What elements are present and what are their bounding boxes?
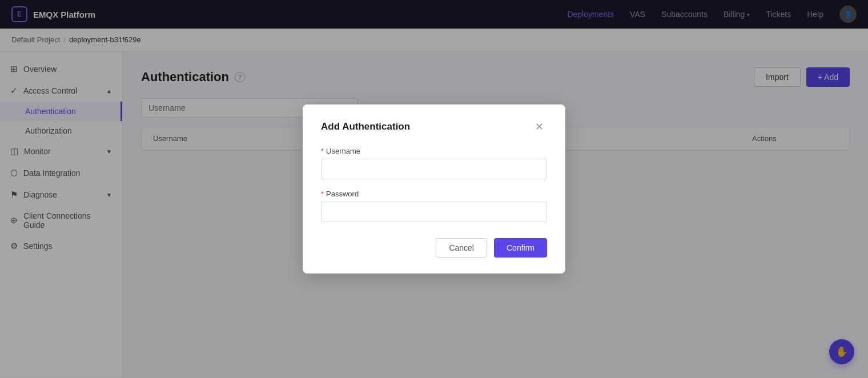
modal-title: Add Authentication [321,121,410,132]
password-label: * Password [321,190,547,198]
password-required-star: * [321,190,324,198]
confirm-button[interactable]: Confirm [494,238,547,258]
cancel-button[interactable]: Cancel [436,238,487,258]
password-form-group: * Password [321,190,547,222]
username-input[interactable] [321,159,547,179]
username-form-group: * Username [321,147,547,179]
username-label: * Username [321,147,547,155]
password-input[interactable] [321,202,547,222]
modal-header: Add Authentication ✕ [321,120,547,133]
modal-footer: Cancel Confirm [321,238,547,258]
add-authentication-modal: Add Authentication ✕ * Username * Passwo… [303,104,565,274]
modal-close-button[interactable]: ✕ [532,120,547,133]
username-required-star: * [321,147,324,155]
modal-overlay[interactable]: Add Authentication ✕ * Username * Passwo… [0,0,868,378]
